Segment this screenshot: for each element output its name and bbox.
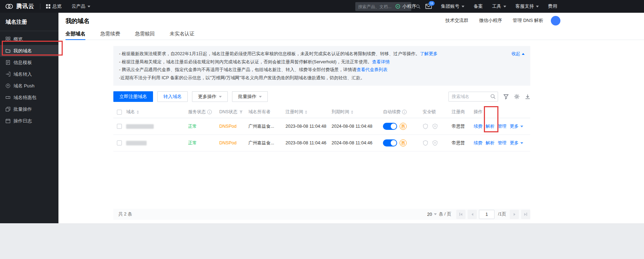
view-details-link[interactable]: 查看详情 [372, 59, 390, 64]
search-icon[interactable] [490, 94, 496, 99]
col-reg-time: 注册时间 [286, 109, 303, 115]
settings-gear-icon[interactable] [514, 94, 520, 99]
renew-link[interactable]: 续费 [474, 123, 482, 130]
batch-operations-dropdown[interactable]: 批量操作 [232, 91, 268, 102]
sort-icon[interactable] [351, 110, 353, 114]
grid-icon [46, 4, 50, 8]
sidebar-item-transfer-in[interactable]: 域名转入 [0, 68, 58, 80]
row-actions: 续费 解析 管理 更多 [474, 140, 523, 146]
tab-not-verified[interactable]: 未实名认证 [170, 28, 194, 40]
notice-text: - 根据注册局相关规定，域名注册后必须在规定时间内完成域名实名认证，否则会被注册… [119, 59, 372, 64]
shield-icon[interactable] [432, 140, 438, 146]
nav-miniprogram[interactable]: 小程序 [395, 3, 416, 10]
nav-support[interactable]: 客服支持 [515, 3, 539, 10]
content-area: - 根据最新政策法规要求，自2022年1月1日起，域名注册前必须使用已实名审核的… [113, 40, 530, 223]
register-domain-button[interactable]: 立即注册域名 [113, 91, 153, 102]
sidebar-item-discount-package[interactable]: 域名特惠包 [0, 92, 58, 103]
chevron-down-icon [536, 6, 539, 7]
sidebar-item-my-domains[interactable]: 我的域名 [0, 45, 58, 57]
download-icon[interactable] [525, 94, 530, 99]
tab-urgent-renewal[interactable]: 急需续费 [100, 28, 120, 40]
nav-tools[interactable]: 工具 [492, 3, 506, 10]
avatar[interactable] [551, 16, 560, 25]
filter-icon[interactable] [239, 110, 243, 114]
more-actions-link[interactable]: 更多 [510, 140, 523, 146]
manage-link[interactable]: 管理 [498, 140, 507, 146]
page-size-value: 20 [427, 212, 432, 217]
more-actions-link[interactable]: 更多 [510, 123, 523, 130]
notice-line: - 根据注册局相关规定，域名注册后必须在规定时间内完成域名实名认证，否则会被注册… [119, 58, 525, 66]
notice-line: - 根据最新政策法规要求，自2022年1月1日起，域名注册前必须使用已实名审核的… [119, 50, 525, 58]
miniprogram-icon [395, 4, 400, 9]
nav-right-group: 小程序 11 集团账号 备案 工具 客服支持 费用 [395, 0, 557, 13]
discount-badge[interactable]: 惠 [400, 139, 407, 146]
transfer-domain-button[interactable]: 转入域名 [157, 91, 188, 102]
total-pages-label: /1页 [498, 211, 506, 217]
more-operations-dropdown[interactable]: 更多操作 [192, 91, 228, 102]
shield-icon[interactable] [423, 140, 428, 146]
sort-icon[interactable] [305, 110, 307, 114]
row-checkbox[interactable] [117, 124, 122, 129]
nav-messages[interactable]: 11 [425, 4, 432, 9]
domain-search[interactable] [448, 92, 498, 102]
auto-renew-toggle[interactable] [383, 139, 397, 146]
redacted-domain-name [126, 124, 154, 129]
auto-renew-toggle[interactable] [383, 123, 397, 130]
security-lock-icons [423, 140, 438, 146]
discount-badge[interactable]: 惠 [400, 123, 407, 130]
info-icon[interactable] [207, 110, 212, 114]
sidebar-title: 域名注册 [0, 13, 58, 31]
voucher-list-link[interactable]: 查看代金券列表 [356, 67, 388, 72]
sidebar-item-overview[interactable]: 概览 [0, 33, 58, 45]
dns-resolve-link[interactable]: 解析 [486, 140, 495, 146]
nav-billing[interactable]: 费用 [548, 3, 557, 10]
document-icon [6, 60, 10, 65]
sidebar-item-label: 我的域名 [13, 48, 32, 54]
copy-icon [6, 107, 10, 111]
col-owner: 域名所有者 [248, 109, 271, 115]
last-page-button[interactable] [521, 210, 530, 219]
page-number-input[interactable] [479, 210, 495, 219]
shield-icon[interactable] [432, 123, 438, 130]
expiration-time: 2024-08-08 11:04:48 [332, 124, 372, 129]
renew-link[interactable]: 续费 [474, 140, 482, 146]
next-page-button[interactable] [510, 210, 519, 219]
brand[interactable]: 腾讯云 [0, 3, 34, 10]
nav-products[interactable]: 云产品 [72, 3, 90, 10]
col-actions: 操作 [474, 109, 482, 115]
row-checkbox[interactable] [117, 140, 122, 145]
sidebar-item-batch-operations[interactable]: 批量操作 [0, 103, 58, 115]
nav-overview-label: 总览 [52, 3, 62, 10]
prev-page-button[interactable] [468, 210, 477, 219]
dns-resolve-link[interactable]: 解析 [486, 123, 495, 130]
info-icon[interactable] [402, 110, 407, 114]
sidebar-item-domain-push[interactable]: 域名 Push [0, 80, 58, 92]
manage-link[interactable]: 管理 [498, 123, 507, 130]
col-domain: 域名 [126, 109, 135, 115]
nav-group-account[interactable]: 集团账号 [441, 3, 464, 10]
domain-owner: 广州嘉益食... [248, 123, 274, 130]
tab-all-domains[interactable]: 全部域名 [66, 28, 85, 40]
select-all-checkbox[interactable] [117, 110, 122, 115]
sidebar-item-info-template[interactable]: 信息模板 [0, 57, 58, 68]
redacted-domain-name [126, 141, 147, 145]
nav-overview[interactable]: 总览 [46, 3, 62, 10]
page-size-dropdown[interactable]: 20 [427, 212, 437, 217]
col-security-lock: 安全锁 [423, 109, 436, 115]
tech-group-link[interactable]: 技术交流群 [445, 17, 468, 24]
collapse-button[interactable]: 收起 [512, 50, 525, 58]
first-page-button[interactable] [456, 210, 465, 219]
more-actions-label: 更多 [510, 140, 519, 146]
filter-icon[interactable] [503, 94, 509, 99]
col-service-status: 服务状态 [188, 109, 206, 115]
wechat-miniprogram-link[interactable]: 微信小程序 [479, 17, 502, 24]
manage-dns-link[interactable]: 管理 DNS 解析 [513, 17, 543, 24]
tab-urgent-redeem[interactable]: 急需赎回 [135, 28, 155, 40]
nav-tools-label: 工具 [492, 3, 501, 10]
nav-beian[interactable]: 备案 [474, 3, 483, 10]
shield-icon[interactable] [423, 123, 428, 130]
sidebar-item-operation-logs[interactable]: 操作日志 [0, 115, 58, 127]
sort-icon[interactable] [137, 110, 139, 114]
learn-more-link[interactable]: 了解更多 [420, 51, 437, 56]
chevron-down-icon [259, 96, 262, 98]
